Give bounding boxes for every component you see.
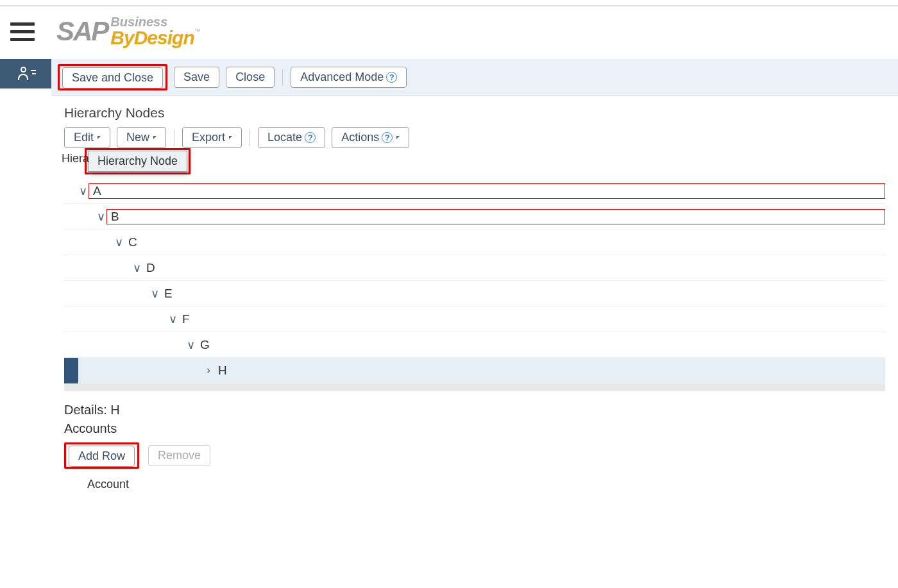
menu-icon[interactable] [10,21,37,42]
nav-item-users[interactable] [0,59,51,88]
hierarchy-tree: ∨ A ∨ B ∨ C ∨ D [64,178,885,391]
help-icon: ? [305,132,316,143]
node-label: E [160,285,178,302]
locate-label: Locate [267,131,302,144]
tree-row[interactable]: ∨ G [64,332,885,358]
left-nav [0,59,51,498]
node-label: A [89,182,106,199]
sap-bydesign-text: ByDesign [110,27,194,48]
chevron-down-icon[interactable]: ∨ [77,184,89,198]
highlight-node-b: B [106,209,885,224]
advanced-mode-button[interactable]: Advanced Mode ? [291,67,407,88]
advanced-mode-label: Advanced Mode [300,71,384,84]
chevron-down-icon[interactable]: ∨ [131,261,142,275]
trademark-symbol: ™ [194,28,201,35]
tree-row[interactable]: ∨ E [64,281,885,307]
tree-row[interactable]: ∨ B [64,204,885,230]
chevron-down-icon[interactable]: ∨ [167,312,178,326]
chevron-down-icon[interactable]: ∨ [185,338,196,352]
highlight-hierarchy-node-header: Hierarchy Node [85,148,191,174]
hierarchy-nodes-title: Hierarchy Nodes [64,105,885,121]
tree-row-selected[interactable]: › H [64,358,885,383]
highlight-node-a: A [89,183,885,199]
highlight-save-and-close: Save and Close [58,64,167,90]
tree-scroll-track [64,383,885,391]
chevron-down-icon[interactable]: ∨ [113,235,124,249]
sap-business-text: Business [110,15,200,28]
chevron-down-icon[interactable]: ∨ [149,287,160,301]
node-label: F [178,310,195,328]
save-and-close-button[interactable]: Save and Close [62,67,163,88]
help-icon: ? [386,72,397,83]
node-label: D [142,259,160,276]
actions-button[interactable]: Actions ? [332,127,409,148]
help-icon: ? [382,132,393,143]
close-button[interactable]: Close [226,67,275,88]
hierarchy-column-partial: Hiera [62,152,89,165]
actions-label: Actions [341,131,379,144]
add-row-button[interactable]: Add Row [69,446,135,467]
accounts-toolbar: Add Row Remove [64,442,885,469]
user-list-icon [18,66,33,81]
chevron-down-icon[interactable]: ∨ [95,210,106,224]
highlight-add-row: Add Row [64,442,139,469]
export-button[interactable]: Export [182,127,242,148]
node-label: H [214,362,232,379]
app-header: SAP Business ByDesign™ [0,6,898,59]
hierarchy-toolbar: Edit New Export Locate ? Actions ? [64,127,885,148]
remove-button: Remove [148,445,210,466]
main-toolbar: Save and Close Save Close Advanced Mode … [51,59,898,96]
tree-row[interactable]: ∨ A [64,178,885,204]
account-column-header: Account [64,469,885,494]
locate-button[interactable]: Locate ? [258,127,325,148]
toolbar-separator [174,130,174,146]
sap-logo-text: SAP [56,16,108,47]
tree-row[interactable]: ∨ C [64,230,885,255]
tree-row[interactable]: ∨ D [64,255,885,281]
node-label: G [196,336,215,353]
tree-row[interactable]: ∨ F [64,307,885,332]
save-button[interactable]: Save [174,67,219,88]
accounts-title: Accounts [64,421,885,436]
sap-logo: SAP Business ByDesign™ [56,15,201,47]
new-button[interactable]: New [117,127,166,148]
details-title: Details: H [64,403,885,417]
hierarchy-node-column-header[interactable]: Hierarchy Node [88,151,187,172]
toolbar-separator [250,130,250,146]
selection-indicator [64,358,78,383]
edit-button[interactable]: Edit [64,127,110,148]
main-content: Save and Close Save Close Advanced Mode … [51,59,898,498]
chevron-right-icon[interactable]: › [203,364,214,377]
node-label: C [124,233,142,251]
node-label: B [107,208,124,224]
toolbar-separator [282,69,283,86]
